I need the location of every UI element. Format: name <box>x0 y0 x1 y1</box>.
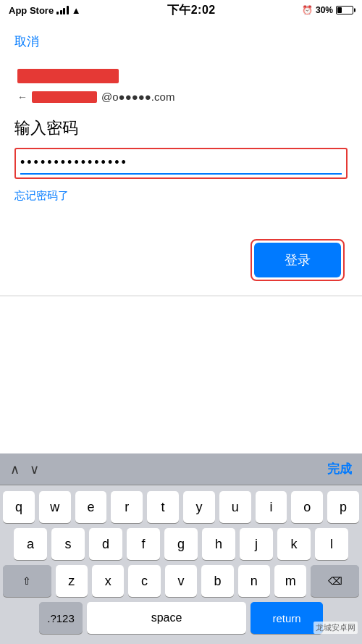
forgot-password-button[interactable]: 忘记密码了 <box>14 189 69 203</box>
keyboard-rows: q w e r t y u i o p a s d f g h j k l ⇧ … <box>0 485 362 637</box>
key-f[interactable]: f <box>127 528 160 560</box>
status-right: ⏰ 30% <box>302 5 353 15</box>
key-k[interactable]: k <box>277 528 311 560</box>
key-q[interactable]: q <box>3 491 35 523</box>
status-bar: App Store ▲ 下午2:02 ⏰ 30% <box>0 0 362 20</box>
keyboard-area: ∧ ∨ 完成 q w e r t y u i o p a s d f g h j… <box>0 453 362 644</box>
key-c[interactable]: c <box>128 565 160 597</box>
keyboard-divider <box>0 296 362 296</box>
email-domain: @o●●●●●.com <box>101 91 174 103</box>
wifi-icon: ▲ <box>72 5 81 16</box>
key-i[interactable]: i <box>256 491 287 523</box>
key-v[interactable]: v <box>165 565 197 597</box>
login-button[interactable]: 登录 <box>254 243 341 277</box>
back-arrow-icon: ← <box>17 91 28 103</box>
form-area: 取消 ← @o●●●●●.com 输入密码 忘记密码了 登录 <box>0 20 362 281</box>
key-z[interactable]: z <box>56 565 88 597</box>
login-btn-wrapper: 登录 <box>251 239 345 281</box>
redacted-name-block <box>17 69 119 83</box>
key-row-4: .?123 space return <box>3 602 359 634</box>
alarm-icon: ⏰ <box>302 5 313 15</box>
key-n[interactable]: n <box>238 565 270 597</box>
key-u[interactable]: u <box>219 491 251 523</box>
password-input[interactable] <box>20 152 342 175</box>
return-key[interactable]: return <box>251 602 323 634</box>
space-key[interactable]: space <box>87 602 246 634</box>
toolbar-arrows: ∧ ∨ <box>10 461 39 477</box>
key-x[interactable]: x <box>92 565 124 597</box>
login-btn-row: 登录 <box>14 239 345 281</box>
cancel-button[interactable]: 取消 <box>14 28 39 56</box>
battery-icon <box>336 6 353 14</box>
key-d[interactable]: d <box>89 528 122 560</box>
status-left: App Store ▲ <box>9 5 81 16</box>
key-o[interactable]: o <box>291 491 323 523</box>
key-w[interactable]: w <box>39 491 71 523</box>
key-g[interactable]: g <box>164 528 198 560</box>
password-field-wrapper <box>14 148 348 179</box>
symbols-key[interactable]: .?123 <box>39 602 83 634</box>
keyboard-toolbar: ∧ ∨ 完成 <box>0 453 362 485</box>
key-h[interactable]: h <box>202 528 235 560</box>
app-store-label: App Store <box>9 5 54 16</box>
key-j[interactable]: j <box>240 528 273 560</box>
watermark: 龙城安卓网 <box>313 622 358 634</box>
password-label: 输入密码 <box>14 117 348 139</box>
key-t[interactable]: t <box>147 491 179 523</box>
key-row-1: q w e r t y u i o p <box>3 491 359 523</box>
delete-key[interactable]: ⌫ <box>311 565 359 597</box>
email-row: ← @o●●●●●.com <box>17 91 345 103</box>
shift-key[interactable]: ⇧ <box>3 565 51 597</box>
key-row-2: a s d f g h j k l <box>3 528 359 560</box>
toolbar-done-button[interactable]: 完成 <box>327 461 352 477</box>
user-info-section: ← @o●●●●●.com <box>14 69 348 103</box>
key-s[interactable]: s <box>51 528 85 560</box>
key-row-3: ⇧ z x c v b n m ⌫ <box>3 565 359 597</box>
key-b[interactable]: b <box>201 565 233 597</box>
key-y[interactable]: y <box>183 491 215 523</box>
key-e[interactable]: e <box>75 491 107 523</box>
key-p[interactable]: p <box>327 491 359 523</box>
toolbar-up-arrow[interactable]: ∧ <box>10 461 20 477</box>
key-r[interactable]: r <box>111 491 143 523</box>
toolbar-down-arrow[interactable]: ∨ <box>30 461 39 477</box>
status-time: 下午2:02 <box>167 3 216 18</box>
signal-bars-icon <box>56 6 69 14</box>
key-a[interactable]: a <box>14 528 47 560</box>
key-l[interactable]: l <box>315 528 348 560</box>
battery-percent: 30% <box>316 5 333 15</box>
key-m[interactable]: m <box>274 565 306 597</box>
redacted-email-user <box>32 91 97 103</box>
